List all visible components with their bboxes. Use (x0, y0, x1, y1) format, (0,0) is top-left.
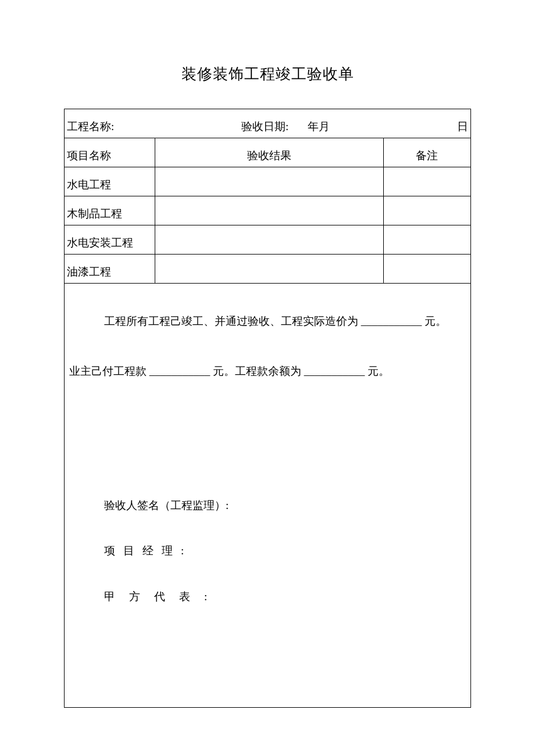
sign-inspector: 验收人签名（工程监理）: (104, 497, 466, 514)
blank-1: ___________ (361, 315, 422, 327)
p2-yuan: 元。 (368, 365, 390, 377)
item-label: 油漆工程 (65, 255, 155, 284)
day-text: 日 (457, 119, 468, 134)
header-remark: 备注 (383, 138, 470, 167)
result-cell (155, 167, 384, 196)
header-item: 项目名称 (65, 138, 155, 167)
p1-yuan: 元。 (425, 315, 447, 327)
remark-cell (383, 255, 470, 284)
table-row: 水电安装工程 (65, 225, 471, 255)
table-row: 水电工程 (65, 167, 471, 196)
summary-line-1: 工程所有工程己竣工、并通过验收、工程实际造价为 ___________ 元。 (69, 313, 466, 330)
result-cell (155, 225, 384, 255)
p2-text-a: 业主己付工程款 (69, 365, 147, 377)
project-name-label: 工程名称: (67, 119, 114, 134)
header-row: 项目名称 验收结果 备注 (65, 138, 471, 167)
blank-2: ___________ (149, 365, 211, 377)
result-cell (155, 196, 384, 225)
acceptance-date-label: 验收日期: 年月 (241, 119, 330, 134)
p1-text-a: 工程所有工程己竣工、并通过验收、工程实际造价为 (104, 315, 358, 327)
remark-cell (383, 167, 470, 196)
summary-row: 工程所有工程己竣工、并通过验收、工程实际造价为 ___________ 元。 业… (65, 284, 471, 708)
table-row: 油漆工程 (65, 255, 471, 284)
item-label: 水电工程 (65, 167, 155, 196)
signature-block: 验收人签名（工程监理）: 项目经理: 甲方代表: (69, 497, 466, 605)
acceptance-table: 工程名称: 验收日期: 年月 日 项目名称 验收结果 备注 水电工程 木制品工程… (64, 109, 471, 708)
p2-text-b: 元。工程款余额为 (213, 365, 301, 377)
remark-cell (383, 225, 470, 255)
blank-3: ___________ (304, 365, 365, 377)
info-row: 工程名称: 验收日期: 年月 日 (65, 109, 471, 138)
item-label: 木制品工程 (65, 196, 155, 225)
summary-cell: 工程所有工程己竣工、并通过验收、工程实际造价为 ___________ 元。 业… (65, 284, 471, 708)
summary-line-2: 业主己付工程款 ___________ 元。工程款余额为 ___________… (69, 363, 466, 380)
result-cell (155, 255, 384, 284)
header-result: 验收结果 (155, 138, 384, 167)
document-title: 装修装饰工程竣工验收单 (64, 64, 471, 84)
remark-cell (383, 196, 470, 225)
sign-manager: 项目经理: (104, 542, 466, 560)
year-month-text: 年月 (308, 120, 330, 132)
item-label: 水电安装工程 (65, 225, 155, 255)
table-row: 木制品工程 (65, 196, 471, 225)
date-label-text: 验收日期: (241, 120, 288, 132)
sign-party-a: 甲方代表: (104, 588, 466, 605)
info-cell: 工程名称: 验收日期: 年月 日 (65, 109, 471, 138)
